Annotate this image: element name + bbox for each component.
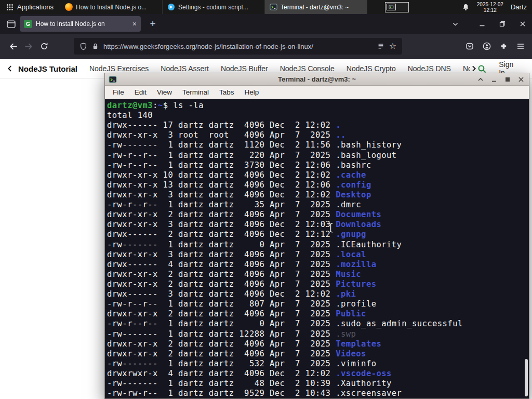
terminal-prompt-line: dartz@vm3:~$ ls -la <box>107 101 529 111</box>
reader-view-icon[interactable] <box>377 43 384 50</box>
url-bar[interactable]: https://www.geeksforgeeks.org/node-js/in… <box>74 38 402 55</box>
file-row: -rw-r--r-- 1 dartz dartz 807 Apr 7 2025 … <box>107 299 529 309</box>
terminal-window: Terminal - dartz@vm3: ~ File Edit View T… <box>104 73 529 399</box>
file-row: -rw-r--r-- 1 dartz dartz 0 Apr 7 2025 .s… <box>107 319 529 329</box>
reload-button[interactable] <box>36 38 52 54</box>
terminal-total-line: total 140 <box>107 111 529 121</box>
nav-link-assert[interactable]: NodeJS Assert <box>161 64 209 73</box>
tab-close-icon[interactable]: × <box>132 20 137 28</box>
taskbar-item-terminal[interactable]: Terminal - dartz@vm3: ~ <box>265 0 367 14</box>
tracking-shield-icon[interactable] <box>79 43 87 50</box>
file-row: drwxr-xr-x 2 dartz dartz 4096 Apr 7 2025… <box>107 339 529 349</box>
tabstrip-controls <box>451 14 527 34</box>
user-indicator[interactable]: Dartz <box>511 3 527 11</box>
menu-help[interactable]: Help <box>240 88 264 96</box>
forward-button[interactable] <box>21 38 36 54</box>
nav-link-crypto[interactable]: NodeJS Crypto <box>347 64 396 73</box>
file-row: -rw------- 1 dartz dartz 12288 Apr 7 202… <box>107 329 529 339</box>
url-text[interactable]: https://www.geeksforgeeks.org/node-js/in… <box>103 43 373 50</box>
clock[interactable]: 2025-12-02 12:12 <box>477 2 503 13</box>
file-row: drwx------ 17 dartz dartz 4096 Dec 2 12:… <box>107 121 529 130</box>
terminal-minimize-button[interactable] <box>489 75 498 84</box>
file-row: -rw------- 1 dartz dartz 48 Dec 2 10:39 … <box>107 379 529 389</box>
menu-file[interactable]: File <box>108 88 129 96</box>
workspace-switcher[interactable] <box>385 2 409 12</box>
firefox-icon <box>65 3 73 11</box>
terminal-output[interactable]: dartz@vm3:~$ ls -la total 140 drwx------… <box>105 99 529 398</box>
terminal-close-button[interactable] <box>516 75 525 84</box>
file-row: drwxr-xr-x 3 dartz dartz 4096 Dec 2 12:0… <box>107 220 529 230</box>
menu-hamburger-icon[interactable] <box>516 42 525 50</box>
file-row: drwxr-xr-x 2 dartz dartz 4096 Apr 7 2025… <box>107 309 529 319</box>
nav-link-console[interactable]: NodeJS Console <box>280 64 335 73</box>
extensions-icon[interactable] <box>500 43 508 50</box>
menu-tabs[interactable]: Tabs <box>214 88 240 96</box>
terminal-scrollbar[interactable] <box>525 359 528 396</box>
file-row: -rw------- 1 dartz dartz 532 Apr 7 2025 … <box>107 359 529 369</box>
tab-list-chevron-icon[interactable] <box>451 20 459 28</box>
nav-chevron-right-icon[interactable] <box>470 65 477 72</box>
shade-chevron-up-icon[interactable] <box>476 75 485 84</box>
tab-title: How to Install Node.js on <box>36 20 129 28</box>
workspace-window-thumb <box>387 4 396 10</box>
nav-link-exercises[interactable]: NodeJS Exercises <box>89 64 149 73</box>
file-row: -rw-r--r-- 1 dartz dartz 35 Apr 7 2025 .… <box>107 200 529 210</box>
back-button[interactable] <box>5 38 21 54</box>
terminal-menubar: File Edit View Terminal Tabs Help <box>105 86 529 99</box>
nav-link-tutorial[interactable]: NodeJS Tutorial <box>18 64 77 73</box>
file-row: drwxr-xr-x 2 dartz dartz 4096 Apr 7 2025… <box>107 210 529 220</box>
file-row: drwx------ 3 dartz dartz 4096 Dec 2 12:0… <box>107 289 529 299</box>
menu-terminal[interactable]: Terminal <box>177 88 214 96</box>
file-row: -rw-r--r-- 1 dartz dartz 220 Apr 7 2025 … <box>107 151 529 161</box>
toolbar-right-icons <box>466 42 527 50</box>
workspace-pager[interactable] <box>385 2 409 12</box>
nav-link-dns[interactable]: NodeJS DNS <box>408 64 451 73</box>
taskbar-label: Settings - codium script... <box>178 4 260 11</box>
file-row: drwxr-xr-x 2 dartz dartz 4096 Apr 7 2025… <box>107 280 529 289</box>
file-row: drwxr-xr-x 3 dartz dartz 4096 Apr 7 2025… <box>107 250 529 260</box>
navigation-toolbar: https://www.geeksforgeeks.org/node-js/in… <box>0 34 532 59</box>
clock-date: 2025-12-02 <box>477 2 503 7</box>
terminal-icon <box>270 3 277 11</box>
codium-icon <box>167 3 175 11</box>
file-row: drwxr-xr-x 2 dartz dartz 4096 Apr 7 2025… <box>107 349 529 359</box>
clock-time: 12:12 <box>484 7 497 13</box>
file-row: drwxr-xr-x 3 root root 4096 Apr 7 2025 .… <box>107 130 529 140</box>
notifications-bell-icon[interactable] <box>462 3 470 11</box>
taskbar-item-firefox[interactable]: How to Install Node.js o... <box>60 0 163 14</box>
window-close-button[interactable] <box>518 20 527 28</box>
file-row: -rw------- 1 dartz dartz 1120 Dec 2 11:5… <box>107 140 529 150</box>
lock-icon[interactable] <box>92 43 99 50</box>
taskbar-item-codium[interactable]: Settings - codium script... <box>163 0 265 14</box>
desktop: Applications How to Install Node.js o...… <box>0 0 532 399</box>
file-row: drwx------ 4 dartz dartz 4096 Apr 7 2025… <box>107 260 529 270</box>
firefox-view-button[interactable] <box>4 17 18 31</box>
account-icon[interactable] <box>483 42 491 50</box>
pocket-icon[interactable] <box>466 42 474 50</box>
terminal-maximize-button[interactable] <box>503 75 512 84</box>
file-row: drwx------ 2 dartz dartz 4096 Dec 2 12:1… <box>107 230 529 240</box>
search-magnifier-icon[interactable] <box>477 64 486 73</box>
file-row: drwxrwxr-x 4 dartz dartz 4096 Dec 2 12:0… <box>107 369 529 379</box>
window-minimize-button[interactable] <box>478 20 486 28</box>
applications-menu-button[interactable]: Applications <box>0 0 60 14</box>
nav-link-more[interactable]: Node <box>463 64 470 73</box>
menu-edit[interactable]: Edit <box>129 88 152 96</box>
site-favicon: G <box>24 20 32 28</box>
file-row: -rw------- 1 dartz dartz 0 Apr 7 2025 .I… <box>107 240 529 250</box>
applications-grid-icon <box>6 4 14 11</box>
nav-link-buffer[interactable]: NodeJS Buffer <box>221 64 268 73</box>
file-row: -rw-rw-r-- 1 dartz dartz 9529 Dec 2 10:4… <box>107 389 529 398</box>
nav-chevron-left-icon[interactable] <box>6 65 14 72</box>
file-row: drwxr-xr-x 3 dartz dartz 4096 Dec 2 12:0… <box>107 190 529 200</box>
file-row: drwxr-xr-x 2 dartz dartz 4096 Apr 7 2025… <box>107 270 529 280</box>
browser-tab[interactable]: G How to Install Node.js on × <box>20 16 141 32</box>
panel-status-area: 2025-12-02 12:12 Dartz <box>462 2 532 13</box>
site-nav-links: NodeJS Tutorial NodeJS Exercises NodeJS … <box>18 64 470 73</box>
taskbar-label: How to Install Node.js o... <box>76 4 157 11</box>
bookmark-star-icon[interactable]: ☆ <box>389 42 396 50</box>
new-tab-button[interactable]: + <box>146 17 159 31</box>
menu-view[interactable]: View <box>152 88 177 96</box>
terminal-titlebar[interactable]: Terminal - dartz@vm3: ~ <box>105 73 529 86</box>
window-restore-button[interactable] <box>498 20 507 28</box>
